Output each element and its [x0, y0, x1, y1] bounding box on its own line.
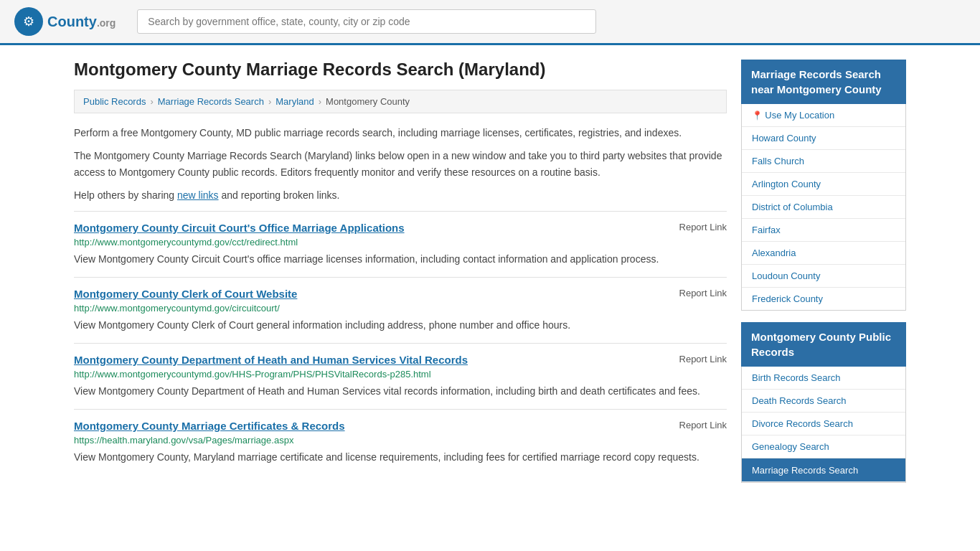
sidebar-item-genealogy-search[interactable]: Genealogy Search: [742, 435, 905, 458]
record-entry-1: Montgomery County Circuit Court's Office…: [74, 211, 727, 277]
sidebar-item-alexandria[interactable]: Alexandria: [742, 242, 905, 265]
death-records-link[interactable]: Death Records Search: [752, 395, 847, 406]
sidebar-item-loudoun-county[interactable]: Loudoun County: [742, 265, 905, 288]
sidebar-item-use-location[interactable]: Use My Location: [742, 104, 905, 127]
breadcrumb-public-records[interactable]: Public Records: [83, 96, 146, 107]
record-entry-4: Montgomery County Marriage Certificates …: [74, 409, 727, 475]
record-url-4[interactable]: https://health.maryland.gov/vsa/Pages/ma…: [74, 435, 727, 446]
record-url-3[interactable]: http://www.montgomerycountymd.gov/HHS-Pr…: [74, 369, 727, 380]
description-para3: Help others by sharing new links and rep…: [74, 187, 727, 203]
sidebar-item-falls-church[interactable]: Falls Church: [742, 150, 905, 173]
description-para1: Perform a free Montgomery County, MD pub…: [74, 125, 727, 141]
breadcrumb-current: Montgomery County: [326, 96, 410, 107]
description-para2: The Montgomery County Marriage Records S…: [74, 148, 727, 180]
district-of-columbia-link[interactable]: District of Columbia: [752, 202, 833, 212]
sidebar-item-arlington-county[interactable]: Arlington County: [742, 173, 905, 196]
record-title-2[interactable]: Montgomery County Clerk of Court Website: [74, 288, 297, 300]
report-link-3[interactable]: Report Link: [679, 354, 727, 364]
sidebar-nearby-list: Use My Location Howard County Falls Chur…: [741, 104, 906, 311]
sidebar-item-divorce-records[interactable]: Divorce Records Search: [742, 413, 905, 435]
frederick-county-link[interactable]: Frederick County: [752, 293, 823, 304]
loudoun-county-link[interactable]: Loudoun County: [752, 270, 820, 281]
record-desc-2: View Montgomery County Clerk of Court ge…: [74, 318, 727, 333]
record-url-2[interactable]: http://www.montgomerycountymd.gov/circui…: [74, 303, 727, 314]
record-desc-4: View Montgomery County, Maryland marriag…: [74, 450, 727, 465]
falls-church-link[interactable]: Falls Church: [752, 156, 804, 166]
report-link-2[interactable]: Report Link: [679, 288, 727, 298]
record-desc-1: View Montgomery County Circuit Court's o…: [74, 252, 727, 267]
record-url-1[interactable]: http://www.montgomerycountymd.gov/cct/re…: [74, 237, 727, 248]
sidebar-item-death-records[interactable]: Death Records Search: [742, 390, 905, 413]
sidebar-item-frederick-county[interactable]: Frederick County: [742, 288, 905, 310]
breadcrumb-marriage-records[interactable]: Marriage Records Search: [158, 96, 264, 107]
sidebar-item-birth-records[interactable]: Birth Records Search: [742, 367, 905, 390]
marriage-records-link-active[interactable]: Marriage Records Search: [752, 465, 858, 476]
record-desc-3: View Montgomery County Department of Hea…: [74, 384, 727, 399]
sidebar-public-records-header: Montgomery County Public Records: [741, 322, 906, 367]
sidebar-item-marriage-records-active[interactable]: Marriage Records Search: [742, 458, 905, 482]
report-link-1[interactable]: Report Link: [679, 222, 727, 232]
genealogy-search-link[interactable]: Genealogy Search: [752, 441, 829, 452]
logo-icon: ⚙: [14, 7, 43, 36]
breadcrumb-maryland[interactable]: Maryland: [275, 96, 314, 107]
main-container: Montgomery County Marriage Records Searc…: [60, 45, 920, 509]
birth-records-link[interactable]: Birth Records Search: [752, 372, 841, 383]
sidebar-public-records-list: Birth Records Search Death Records Searc…: [741, 367, 906, 483]
record-title-3[interactable]: Montgomery County Department of Heath an…: [74, 354, 468, 366]
divorce-records-link[interactable]: Divorce Records Search: [752, 418, 853, 429]
sidebar-nearby-header: Marriage Records Search near Montgomery …: [741, 60, 906, 104]
sidebar: Marriage Records Search near Montgomery …: [741, 60, 906, 494]
logo[interactable]: ⚙ County.org: [14, 7, 116, 36]
sidebar-item-fairfax[interactable]: Fairfax: [742, 219, 905, 242]
record-title-1[interactable]: Montgomery County Circuit Court's Office…: [74, 222, 405, 234]
page-title: Montgomery County Marriage Records Searc…: [74, 60, 727, 80]
alexandria-link[interactable]: Alexandria: [752, 248, 796, 258]
sidebar-nearby-section: Marriage Records Search near Montgomery …: [741, 60, 906, 311]
fairfax-link[interactable]: Fairfax: [752, 225, 781, 235]
record-title-4[interactable]: Montgomery County Marriage Certificates …: [74, 420, 345, 432]
sidebar-public-records-section: Montgomery County Public Records Birth R…: [741, 322, 906, 483]
site-header: ⚙ County.org: [0, 0, 980, 45]
report-link-4[interactable]: Report Link: [679, 420, 727, 430]
arlington-county-link[interactable]: Arlington County: [752, 179, 821, 189]
breadcrumb: Public Records › Marriage Records Search…: [74, 90, 727, 113]
logo-text: County.org: [47, 14, 116, 30]
howard-county-link[interactable]: Howard County: [752, 133, 816, 143]
sidebar-item-district-of-columbia[interactable]: District of Columbia: [742, 196, 905, 219]
search-input[interactable]: [137, 9, 596, 34]
sidebar-item-howard-county[interactable]: Howard County: [742, 127, 905, 150]
content-area: Montgomery County Marriage Records Searc…: [74, 60, 727, 494]
new-links-link[interactable]: new links: [177, 189, 219, 201]
record-entry-2: Montgomery County Clerk of Court Website…: [74, 277, 727, 343]
use-my-location-link[interactable]: Use My Location: [765, 110, 834, 121]
record-entry-3: Montgomery County Department of Heath an…: [74, 343, 727, 409]
